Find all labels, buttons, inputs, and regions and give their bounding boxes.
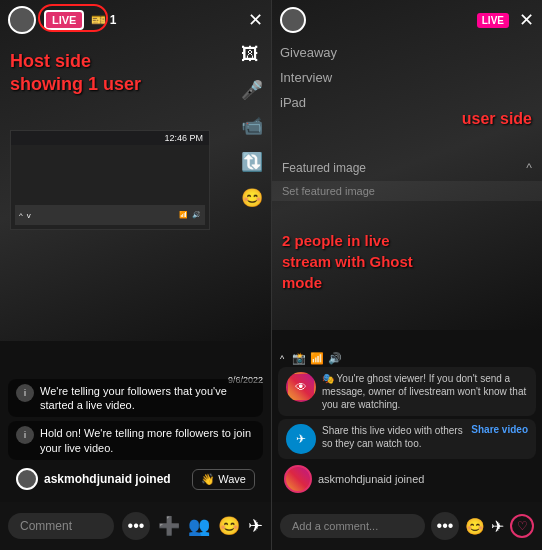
flip-icon[interactable]: 🔃 [241,151,263,173]
right-panel: LIVE ✕ Giveaway Interview iPad user side… [271,0,542,550]
interview-item[interactable]: Interview [280,65,534,90]
host-avatar [8,6,36,34]
left-panel: LIVE 🎫 1 ✕ Host sideshowing 1 user 🖼 🎤 📹… [0,0,271,550]
ghost-viewer-text: 🎭 You're ghost viewer! If you don't send… [322,372,528,411]
emoji-icon-right[interactable]: 😊 [465,517,485,536]
ghost-viewer-message: 👁 🎭 You're ghost viewer! If you don't se… [278,367,536,416]
video-icon[interactable]: 📹 [241,115,263,137]
featured-header: Featured image ^ [272,155,542,181]
giveaway-item[interactable]: Giveaway [280,40,534,65]
send-icon-right[interactable]: ✈ [491,517,504,536]
add-icon[interactable]: ➕ [158,515,180,537]
right-chat-area: 👁 🎭 You're ghost viewer! If you don't se… [272,363,542,500]
giveaway-menu: Giveaway Interview iPad [272,40,542,115]
user-side-label: user side [462,110,532,128]
featured-section: Featured image ^ Set featured image [272,155,542,201]
joined-avatar [16,468,38,490]
right-icons-panel: 🖼 🎤 📹 🔃 😊 [241,44,263,209]
telegram-icon: ✈ [286,424,316,454]
joined-row: askmohdjunaid joined 👋 Wave [8,464,263,494]
send-icon-left[interactable]: ✈ [248,515,263,537]
set-featured-row[interactable]: Set featured image [272,181,542,201]
more-options-right[interactable]: ••• [431,512,459,540]
more-options-left[interactable]: ••• [122,512,150,540]
share-video-button[interactable]: Share video [471,424,528,435]
image-icon[interactable]: 🖼 [241,44,263,65]
nested-content: ^ v 📶 🔊 [11,145,209,229]
joined-username: askmohdjunaid joined [44,472,171,486]
comment-box-left[interactable]: Comment [8,513,114,539]
heart-icon-right[interactable]: ♡ [510,514,534,538]
chat-text-2: Hold on! We're telling more followers to… [40,426,255,455]
close-button-left[interactable]: ✕ [248,9,263,31]
close-button-right[interactable]: ✕ [519,9,534,31]
wave-button[interactable]: 👋 Wave [192,469,255,490]
host-side-label: Host sideshowing 1 user [10,50,141,97]
chat-text-1: We're telling your followers that you've… [40,384,255,413]
wave-emoji: 👋 [201,473,215,486]
featured-label: Featured image [282,161,366,175]
nested-screen: 12:46 PM ^ v 📶 🔊 [10,130,210,230]
right-joined-row: askmohdjunaid joined [278,462,536,496]
emoji-icon-toolbar[interactable]: 😊 [218,515,240,537]
share-text: Share this live video with others so the… [322,424,465,450]
left-top-bar: LIVE 🎫 1 ✕ [0,0,271,40]
live-badge-left: LIVE [44,10,84,30]
viewer-count: 🎫 1 [91,13,116,27]
joined-avatar-right [284,465,312,493]
right-top-bar: LIVE ✕ [272,0,542,40]
chat-message-2: i Hold on! We're telling more followers … [8,421,263,460]
ghost-mode-label: 2 people in livestream with Ghostmode [282,230,413,293]
add-person-icon[interactable]: 👥 [188,515,210,537]
share-message: ✈ Share this live video with others so t… [278,419,536,459]
ghost-avatar-icon: 👁 [286,372,316,402]
nav-up-right[interactable]: ^ [280,354,284,364]
chat-area-left: i We're telling your followers that you'… [0,373,271,500]
set-featured-label: Set featured image [282,185,375,197]
wifi-icon-nested: 📶 [179,211,188,219]
volume-icon-nested: 🔊 [192,211,201,219]
featured-chevron-up[interactable]: ^ [526,161,532,175]
nested-status: 12:46 PM [11,131,209,145]
comment-input-right[interactable]: Add a comment... [280,514,425,538]
viewer-avatar [280,7,306,33]
left-bottom-toolbar: Comment ••• ➕ 👥 😊 ✈ [0,502,271,550]
nav-arrow-up[interactable]: ^ [19,211,23,220]
wave-label: Wave [218,473,246,485]
chat-message-1: i We're telling your followers that you'… [8,379,263,418]
mic-icon[interactable]: 🎤 [241,79,263,101]
nav-arrow-down[interactable]: v [27,211,31,220]
chat-icon-info-1: i [16,384,34,402]
right-bottom-toolbar: Add a comment... ••• 😊 ✈ ♡ [272,502,542,550]
live-badge-right: LIVE [477,13,509,28]
emoji-icon[interactable]: 😊 [241,187,263,209]
joined-text-right: askmohdjunaid joined [318,473,424,485]
time-display: 12:46 PM [164,133,203,143]
chat-icon-info-2: i [16,426,34,444]
